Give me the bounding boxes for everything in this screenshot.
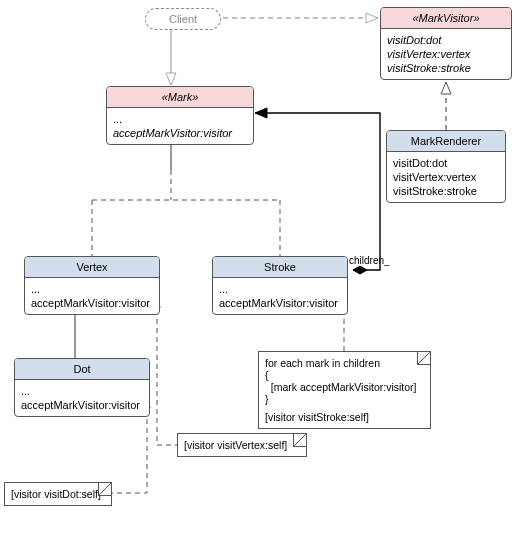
stroke-title: Stroke [213, 257, 347, 278]
mark-ellipsis: ... [113, 112, 247, 126]
client-node: Client [145, 8, 221, 30]
stroke-note-line5: [visitor visitStroke:self] [265, 411, 424, 423]
vertex-class: Vertex ... acceptMarkVisitor:visitor [24, 256, 160, 315]
mark-renderer-method-0: visitDot:dot [393, 156, 499, 170]
mark-renderer-class: MarkRenderer visitDot:dot visitVertex:ve… [386, 130, 506, 203]
mark-renderer-title: MarkRenderer [387, 131, 505, 152]
dot-title: Dot [15, 359, 149, 380]
mark-visitor-title: «MarkVisitor» [381, 8, 511, 29]
stroke-note-line2: { [265, 369, 424, 381]
dot-note: [visitor visitDot:self] [4, 482, 112, 506]
vertex-method: acceptMarkVisitor:visitor [31, 296, 153, 310]
mark-method: acceptMarkVisitor:visitor [113, 126, 247, 140]
client-label: Client [169, 13, 197, 25]
dot-ellipsis: ... [21, 384, 143, 398]
dot-method: acceptMarkVisitor:visitor [21, 398, 143, 412]
dot-class: Dot ... acceptMarkVisitor:visitor [14, 358, 150, 417]
vertex-note: [visitor visitVertex:self] [177, 433, 307, 457]
vertex-title: Vertex [25, 257, 159, 278]
mark-renderer-method-1: visitVertex:vertex [393, 170, 499, 184]
stroke-note-line1: for each mark in children [265, 357, 424, 369]
dot-note-text: [visitor visitDot:self] [11, 488, 105, 500]
vertex-note-text: [visitor visitVertex:self] [184, 439, 300, 451]
mark-renderer-method-2: visitStroke:stroke [393, 184, 499, 198]
note-fold-icon [293, 434, 306, 447]
children-association-label: children_ [349, 255, 390, 266]
stroke-note-line3: [mark acceptMarkVisitor:visitor] [265, 381, 424, 393]
mark-visitor-class: «MarkVisitor» visitDot:dot visitVertex:v… [380, 7, 512, 80]
vertex-ellipsis: ... [31, 282, 153, 296]
stroke-method: acceptMarkVisitor:visitor [219, 296, 341, 310]
note-fold-icon [98, 483, 111, 496]
note-fold-icon [417, 352, 430, 365]
mark-class: «Mark» ... acceptMarkVisitor:visitor [106, 86, 254, 145]
stroke-note: for each mark in children { [mark accept… [258, 351, 431, 429]
mark-visitor-method-0: visitDot:dot [387, 33, 505, 47]
stroke-ellipsis: ... [219, 282, 341, 296]
mark-title: «Mark» [107, 87, 253, 108]
stroke-note-line4: } [265, 393, 424, 405]
mark-visitor-method-2: visitStroke:stroke [387, 61, 505, 75]
stroke-class: Stroke ... acceptMarkVisitor:visitor [212, 256, 348, 315]
mark-visitor-method-1: visitVertex:vertex [387, 47, 505, 61]
